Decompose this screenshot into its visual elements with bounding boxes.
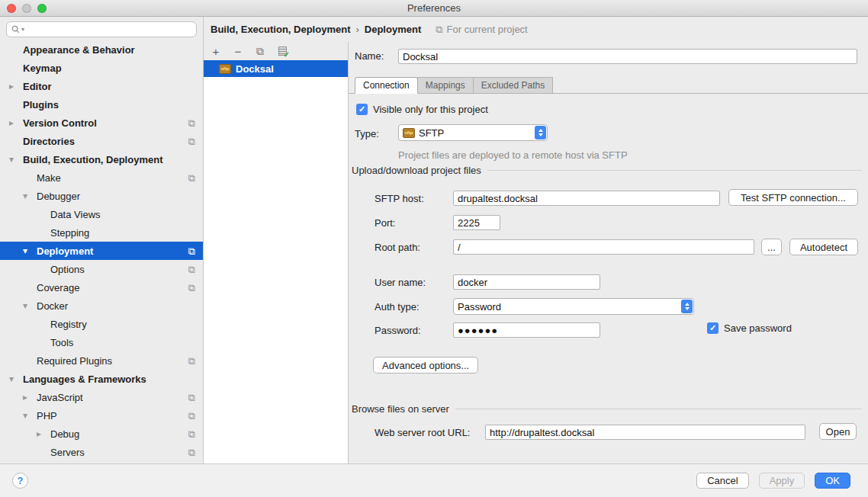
sftp-host-input[interactable] [453, 191, 720, 206]
breadcrumb-current: Deployment [365, 24, 421, 35]
sidebar-item-docker[interactable]: Docker [0, 297, 203, 315]
chevron-down-icon[interactable] [23, 191, 37, 201]
server-list-item[interactable]: sftp Docksal [204, 60, 348, 77]
sidebar-item-editor[interactable]: Editor [0, 77, 203, 95]
tab-connection[interactable]: Connection [355, 77, 418, 94]
root-path-label: Root path: [375, 242, 420, 253]
servers-toolbar: + − ⧉ ✓ [204, 42, 348, 60]
per-project-icon: ⧉ [188, 447, 195, 457]
auth-type-value: Password [458, 301, 501, 313]
sidebar-item-servers[interactable]: Servers⧉ [0, 443, 203, 461]
breadcrumb-parent[interactable]: Build, Execution, Deployment [211, 24, 350, 35]
name-input[interactable] [398, 49, 857, 64]
sidebar-item-appearance-behavior[interactable]: Appearance & Behavior [0, 40, 203, 59]
sidebar-item-make[interactable]: Make⧉ [0, 168, 203, 187]
sidebar-item-deployment[interactable]: Deployment⧉ [0, 242, 203, 260]
servers-list: sftp Docksal [204, 60, 348, 463]
sidebar-item-directories[interactable]: Directories⧉ [0, 132, 203, 150]
sidebar-item-tools[interactable]: Tools [0, 333, 203, 351]
browse-root-path-button[interactable]: ... [761, 239, 782, 255]
per-project-icon: ⧉ [188, 246, 195, 256]
search-icon [11, 25, 20, 34]
visible-only-label: Visible only for this project [373, 104, 488, 115]
name-label: Name: [355, 50, 384, 62]
per-project-icon: ⧉ [188, 118, 195, 128]
visible-only-checkbox[interactable] [356, 104, 368, 115]
type-select[interactable]: sftp SFTP [398, 124, 548, 141]
browse-section-title: Browse files on server [352, 403, 449, 415]
tab-mappings[interactable]: Mappings [417, 77, 474, 94]
dialog-footer: ? Cancel Apply OK [0, 463, 868, 497]
per-project-icon: ⧉ [188, 393, 195, 402]
search-options-caret-icon[interactable]: ▾ [21, 26, 24, 33]
sidebar-item-plugins[interactable]: Plugins [0, 95, 203, 114]
settings-search-input[interactable] [26, 24, 191, 35]
password-label: Password: [375, 325, 421, 336]
browse-section-header: Browse files on server [352, 403, 862, 415]
sidebar-item-coverage[interactable]: Coverage⧉ [0, 278, 203, 297]
add-server-button[interactable]: + [210, 45, 222, 57]
chevron-down-icon[interactable] [9, 374, 23, 384]
auth-type-label: Auth type: [375, 301, 420, 313]
breadcrumb: Build, Execution, Deployment › Deploymen… [204, 17, 868, 42]
chevron-down-icon[interactable] [23, 410, 37, 421]
select-stepper-icon[interactable] [535, 126, 546, 139]
user-name-label: User name: [375, 277, 426, 288]
chevron-right-icon[interactable] [23, 392, 37, 402]
chevron-down-icon[interactable] [23, 300, 37, 311]
root-path-input[interactable] [453, 239, 754, 255]
servers-panel: + − ⧉ ✓ sftp Docksal [204, 42, 349, 463]
ok-button[interactable]: OK [815, 473, 850, 489]
chevron-right-icon[interactable] [37, 428, 50, 439]
sidebar-item-required-plugins[interactable]: Required Plugins⧉ [0, 351, 203, 370]
server-name: Docksal [236, 63, 274, 75]
sidebar-item-version-control[interactable]: Version Control⧉ [0, 114, 203, 132]
sidebar-item-stepping[interactable]: Stepping [0, 223, 203, 242]
breadcrumb-separator-icon: › [355, 24, 358, 35]
remove-server-button[interactable]: − [232, 45, 244, 57]
sidebar-item-javascript[interactable]: JavaScript⧉ [0, 388, 203, 406]
sidebar-item-keymap[interactable]: Keymap [0, 59, 203, 77]
sidebar-item-php[interactable]: PHP⧉ [0, 406, 203, 425]
sidebar-item-debugger[interactable]: Debugger [0, 187, 203, 205]
chevron-down-icon[interactable] [9, 154, 23, 165]
select-stepper-icon[interactable] [681, 300, 693, 313]
tab-excluded-paths[interactable]: Excluded Paths [473, 77, 553, 94]
per-project-icon: ⧉ [188, 136, 195, 146]
chevron-right-icon[interactable] [9, 81, 23, 91]
save-password-checkbox[interactable] [707, 322, 719, 334]
sidebar-item-data-views[interactable]: Data Views [0, 205, 203, 223]
chevron-right-icon[interactable] [9, 117, 23, 128]
sidebar-item-languages-frameworks[interactable]: Languages & Frameworks [0, 370, 203, 388]
per-project-icon: ⧉ [436, 24, 442, 36]
type-label: Type: [355, 128, 379, 139]
cancel-button[interactable]: Cancel [696, 473, 748, 489]
save-password-row: Save password [707, 322, 792, 334]
window-title: Preferences [0, 2, 868, 14]
type-value: SFTP [419, 127, 444, 139]
per-project-icon: ⧉ [188, 429, 195, 439]
web-root-input[interactable] [485, 425, 805, 440]
password-input[interactable] [453, 322, 600, 338]
port-label: Port: [375, 217, 395, 229]
open-url-button[interactable]: Open [819, 423, 857, 440]
test-sftp-connection-button[interactable]: Test SFTP connection... [728, 189, 858, 206]
advanced-options-button[interactable]: Advanced options... [373, 357, 478, 374]
apply-button[interactable]: Apply [759, 473, 805, 489]
user-name-input[interactable] [453, 274, 600, 290]
copy-server-button[interactable]: ⧉ [254, 45, 266, 57]
use-as-default-button[interactable]: ✓ [276, 45, 288, 57]
settings-tree: Appearance & Behavior Keymap Editor Plug… [0, 40, 203, 461]
settings-search-box[interactable]: ▾ [6, 21, 197, 37]
sidebar-item-registry[interactable]: Registry [0, 315, 203, 333]
help-button[interactable]: ? [12, 473, 28, 489]
chevron-down-icon[interactable] [23, 245, 37, 256]
visible-only-checkbox-row: Visible only for this project [356, 104, 488, 115]
autodetect-button[interactable]: Autodetect [789, 239, 858, 255]
sidebar-item-build-execution-deployment[interactable]: Build, Execution, Deployment [0, 150, 203, 168]
per-project-icon: ⧉ [188, 265, 195, 274]
auth-type-select[interactable]: Password [453, 298, 694, 315]
port-input[interactable] [453, 215, 500, 230]
sidebar-item-options[interactable]: Options⧉ [0, 260, 203, 278]
sidebar-item-debug[interactable]: Debug⧉ [0, 425, 203, 443]
